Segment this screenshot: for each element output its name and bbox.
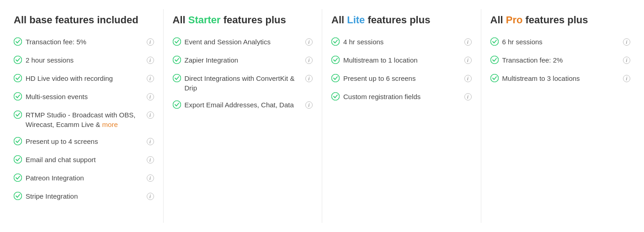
feature-text: Transaction fee: 2% <box>502 55 620 65</box>
check-icon <box>14 137 22 148</box>
more-link[interactable]: more <box>102 121 118 128</box>
info-icon[interactable]: i <box>147 93 154 101</box>
check-icon <box>14 37 22 48</box>
starter-title: All Starter features plus <box>173 14 313 27</box>
list-item: Zapier Integrationi <box>173 55 313 66</box>
info-icon[interactable]: i <box>464 38 472 46</box>
column-base: All base features included Transaction f… <box>5 9 164 223</box>
feature-text: RTMP Studio - Broadcast with OBS, Wireca… <box>26 110 143 129</box>
column-pro: All Pro features plus 6 hr sessionsi Tra… <box>481 9 640 223</box>
list-item: HD Live video with recordingi <box>14 74 154 84</box>
feature-text: Direct Integrations with ConvertKit & Dr… <box>185 74 302 93</box>
list-item: Transaction fee: 5%i <box>14 37 154 48</box>
list-item: 4 hr sessionsi <box>331 37 472 48</box>
list-item: Transaction fee: 2%i <box>490 55 631 66</box>
info-icon[interactable]: i <box>464 56 472 64</box>
check-icon <box>14 56 22 66</box>
check-icon <box>14 155 22 166</box>
check-icon <box>173 56 181 66</box>
feature-text: Event and Session Analytics <box>185 37 302 47</box>
lite-feature-list: 4 hr sessionsi Multistream to 1 location… <box>331 37 472 103</box>
check-icon <box>490 37 499 48</box>
info-icon[interactable]: i <box>623 38 630 46</box>
column-lite: All Lite features plus 4 hr sessionsi Mu… <box>322 9 481 223</box>
svg-point-6 <box>14 155 22 163</box>
feature-text: HD Live video with recording <box>26 74 143 83</box>
svg-point-19 <box>490 74 498 82</box>
svg-point-4 <box>14 111 22 118</box>
info-icon[interactable]: i <box>147 156 154 164</box>
info-icon[interactable]: i <box>623 74 630 83</box>
check-icon <box>490 56 499 66</box>
starter-feature-list: Event and Session Analyticsi Zapier Inte… <box>173 37 313 111</box>
feature-text: Multi-session events <box>26 92 143 101</box>
info-icon[interactable]: i <box>623 56 630 64</box>
list-item: Multi-session eventsi <box>14 92 154 103</box>
info-icon[interactable]: i <box>464 93 472 101</box>
list-item: Present up to 4 screensi <box>14 137 154 148</box>
info-icon[interactable]: i <box>147 38 154 46</box>
list-item: Export Email Addresses, Chat, Datai <box>173 100 313 111</box>
feature-text: Transaction fee: 5% <box>26 37 143 47</box>
check-icon <box>173 37 181 48</box>
svg-point-13 <box>332 37 340 45</box>
pro-feature-list: 6 hr sessionsi Transaction fee: 2%i Mult… <box>490 37 631 84</box>
feature-text: Patreon Integration <box>26 173 143 183</box>
feature-text: 6 hr sessions <box>502 37 620 47</box>
pro-title-highlight: Pro <box>506 14 523 26</box>
list-item: Event and Session Analyticsi <box>173 37 313 48</box>
base-feature-list: Transaction fee: 5%i 2 hour sessionsi HD… <box>14 37 154 202</box>
svg-point-17 <box>490 37 498 45</box>
info-icon[interactable]: i <box>464 74 472 83</box>
feature-text: Stripe Integration <box>26 191 143 201</box>
list-item: Stripe Integrationi <box>14 191 154 202</box>
svg-point-14 <box>332 56 340 63</box>
check-icon <box>14 92 22 103</box>
list-item: 2 hour sessionsi <box>14 55 154 66</box>
svg-point-16 <box>332 92 340 100</box>
check-icon <box>14 111 22 121</box>
check-icon <box>14 74 22 84</box>
info-icon[interactable]: i <box>305 74 313 83</box>
feature-text: Multistream to 3 locations <box>502 74 620 83</box>
list-item: Custom registration fieldsi <box>331 92 472 103</box>
feature-text: 2 hour sessions <box>26 55 143 65</box>
check-icon <box>490 74 499 84</box>
svg-point-7 <box>14 174 22 181</box>
list-item: RTMP Studio - Broadcast with OBS, Wireca… <box>14 110 154 129</box>
list-item: Multistream to 3 locationsi <box>490 74 631 84</box>
info-icon[interactable]: i <box>305 38 313 46</box>
info-icon[interactable]: i <box>147 56 154 64</box>
list-item: Patreon Integrationi <box>14 173 154 184</box>
info-icon[interactable]: i <box>147 174 154 182</box>
check-icon <box>331 92 340 103</box>
svg-point-10 <box>173 56 181 63</box>
check-icon <box>331 56 340 66</box>
check-icon <box>331 37 340 48</box>
svg-point-2 <box>14 74 22 82</box>
feature-text: Custom registration fields <box>343 92 461 101</box>
list-item: Multistream to 1 locationi <box>331 55 472 66</box>
info-icon[interactable]: i <box>305 56 313 64</box>
info-icon[interactable]: i <box>147 74 154 83</box>
check-icon <box>331 74 340 84</box>
svg-point-5 <box>14 137 22 145</box>
info-icon[interactable]: i <box>305 101 313 109</box>
check-icon <box>173 74 181 84</box>
info-icon[interactable]: i <box>147 137 154 146</box>
svg-point-9 <box>173 37 181 45</box>
info-icon[interactable]: i <box>147 111 154 119</box>
feature-text: Zapier Integration <box>185 55 302 65</box>
list-item: Direct Integrations with ConvertKit & Dr… <box>173 74 313 93</box>
check-icon <box>14 192 22 202</box>
svg-point-3 <box>14 92 22 100</box>
check-icon <box>14 174 22 184</box>
feature-text: Email and chat support <box>26 155 143 164</box>
starter-title-highlight: Starter <box>188 14 221 26</box>
check-icon <box>173 100 181 111</box>
svg-point-12 <box>173 100 181 108</box>
feature-text: Export Email Addresses, Chat, Data <box>185 100 302 110</box>
feature-text: 4 hr sessions <box>343 37 461 47</box>
info-icon[interactable]: i <box>147 192 154 200</box>
list-item: Email and chat supporti <box>14 155 154 166</box>
